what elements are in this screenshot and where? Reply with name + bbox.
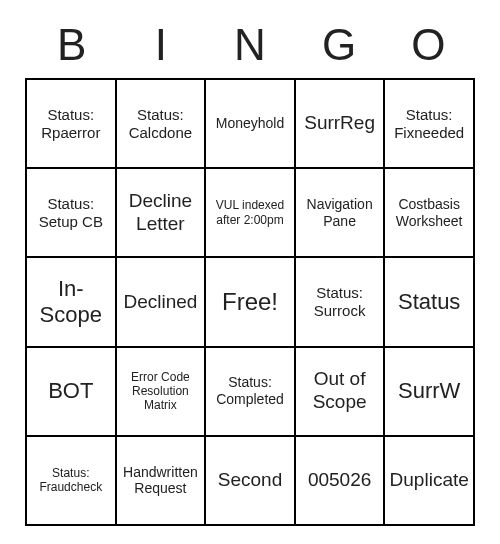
bingo-cell[interactable]: Handwritten Request (116, 436, 206, 525)
bingo-grid: Status: Rpaerror Status: Calcdone Moneyh… (25, 78, 475, 526)
bingo-cell[interactable]: 005026 (295, 436, 385, 525)
bingo-cell[interactable]: SurrW (384, 347, 474, 436)
bingo-cell[interactable]: Status: Calcdone (116, 79, 206, 168)
header-letter-o: O (384, 20, 473, 70)
bingo-header: B I N G O (25, 20, 475, 70)
bingo-cell[interactable]: Declined (116, 257, 206, 346)
header-letter-g: G (295, 20, 384, 70)
header-letter-i: I (116, 20, 205, 70)
bingo-cell[interactable]: Moneyhold (205, 79, 295, 168)
bingo-cell[interactable]: Duplicate (384, 436, 474, 525)
bingo-cell[interactable]: Status (384, 257, 474, 346)
header-letter-b: B (27, 20, 116, 70)
bingo-cell[interactable]: Navigation Pane (295, 168, 385, 257)
bingo-cell[interactable]: Decline Letter (116, 168, 206, 257)
bingo-cell[interactable]: In-Scope (26, 257, 116, 346)
bingo-cell[interactable]: Status: Surrock (295, 257, 385, 346)
bingo-cell[interactable]: Out of Scope (295, 347, 385, 436)
bingo-cell[interactable]: Status: Fraudcheck (26, 436, 116, 525)
bingo-cell[interactable]: BOT (26, 347, 116, 436)
bingo-cell[interactable]: Status: Setup CB (26, 168, 116, 257)
header-letter-n: N (205, 20, 294, 70)
bingo-cell[interactable]: Status: Completed (205, 347, 295, 436)
bingo-cell-free[interactable]: Free! (205, 257, 295, 346)
bingo-cell[interactable]: Costbasis Worksheet (384, 168, 474, 257)
bingo-cell[interactable]: Status: Rpaerror (26, 79, 116, 168)
bingo-cell[interactable]: SurrReg (295, 79, 385, 168)
bingo-cell[interactable]: Second (205, 436, 295, 525)
bingo-cell[interactable]: Error Code Resolution Matrix (116, 347, 206, 436)
bingo-cell[interactable]: VUL indexed after 2:00pm (205, 168, 295, 257)
bingo-cell[interactable]: Status: Fixneeded (384, 79, 474, 168)
